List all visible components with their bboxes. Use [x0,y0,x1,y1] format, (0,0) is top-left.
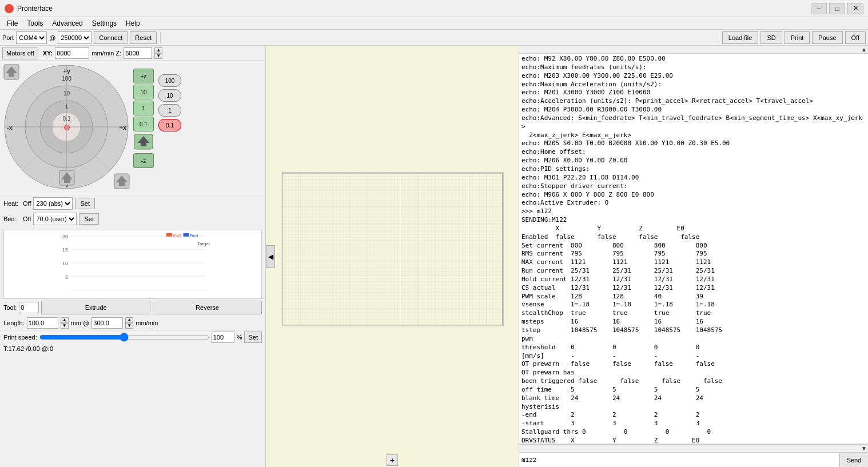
reverse-button[interactable]: Reverse [153,301,262,314]
off-button[interactable]: Off [845,31,866,44]
send-button[interactable]: Send [839,453,868,467]
baud-select[interactable]: 250000 [58,31,91,44]
home-xy-bottomright[interactable] [114,173,130,190]
svg-text:Bed: Bed [190,233,198,238]
z-speed-up[interactable]: ▲ [154,47,162,53]
print-speed-slider[interactable] [39,333,209,342]
z-controls: +z 10 1 0.1 -z [133,63,154,191]
sd-button[interactable]: SD [761,31,782,44]
main-layout: Motors off XY: mm/min Z: ▲ ▼ [0,46,868,467]
build-plate-container [266,46,519,453]
at-symbol: @ [49,34,55,41]
svg-text:10: 10 [62,261,68,266]
menu-help[interactable]: Help [121,18,145,29]
right-panel: ▲ echo: M92 X80.00 Y80.00 Z80.00 E500.00… [519,46,868,467]
motors-off-button[interactable]: Motors off [2,47,38,59]
length-spinners: ▲ ▼ [61,317,69,329]
menu-settings[interactable]: Settings [87,18,121,29]
length-down[interactable]: ▼ [61,323,69,329]
title-bar: Pronterface ─ □ ✕ [0,0,868,17]
print-speed-set-button[interactable]: Set [244,332,262,343]
jog-x-minus-btn[interactable]: -x [5,123,15,132]
close-button[interactable]: ✕ [847,3,863,14]
length-speed-row: Length: ▲ ▼ mm @ ▲ ▼ mm/min [0,316,265,330]
svg-rect-27 [184,233,189,237]
heat-status: Off [23,200,31,207]
speed-input[interactable] [91,317,123,329]
port-select[interactable]: COM4 [16,31,47,44]
tool-row: Tool: Extrude Reverse [0,298,265,316]
jog-area: +y -y -x +x 100 10 1 0.1 [0,61,265,194]
speed-up[interactable]: ▲ [125,317,133,323]
length-label: Length: [3,320,25,326]
window-controls: ─ □ ✕ [811,3,863,14]
step-01-btn[interactable]: 0.1 [158,119,181,131]
bed-select[interactable]: 70.0 (user) [33,213,77,225]
xy-speed-input[interactable] [55,47,89,59]
z-step-01-btn[interactable]: 0.1 [133,117,154,131]
speed-unit: mm/min [136,320,158,326]
menu-tools[interactable]: Tools [22,18,47,29]
center-marker [64,125,70,130]
heat-row: Heat: Off 230 (abs) Set [3,197,262,210]
build-plate-grid [281,172,504,326]
bed-set-button[interactable]: Set [79,213,99,225]
z-speed-down[interactable]: ▼ [154,53,162,59]
svg-text:20: 20 [62,234,68,240]
svg-text:5: 5 [65,274,68,280]
console-scroll-top: ▲ [519,46,868,54]
z-step-1-btn[interactable]: 1 [133,101,154,115]
heat-set-button[interactable]: Set [75,198,95,209]
heat-select[interactable]: 230 (abs) [33,197,73,210]
svg-text:Target: Target [197,241,210,246]
z-step-10-btn[interactable]: 10 [133,85,154,99]
reset-button[interactable]: Reset [130,31,157,44]
pause-button[interactable]: Pause [812,31,842,44]
connect-button[interactable]: Connect [94,31,128,44]
maximize-button[interactable]: □ [829,3,845,14]
length-input[interactable] [27,317,58,329]
expand-button[interactable]: + [387,454,398,466]
svg-text:Ex0: Ex0 [173,233,181,238]
length-up[interactable]: ▲ [61,317,69,323]
heat-section: Heat: Off 230 (abs) Set Bed: Off 70.0 (u… [0,194,265,230]
print-speed-label: Print speed: [3,334,37,341]
left-panel: Motors off XY: mm/min Z: ▲ ▼ [0,46,266,467]
print-speed-unit: % [237,334,242,341]
menu-advanced[interactable]: Advanced [47,18,87,29]
minimize-button[interactable]: ─ [811,3,827,14]
print-button[interactable]: Print [785,31,810,44]
coords-text: T:17.62 /0.00 @:0 [3,345,53,352]
print-speed-value[interactable] [212,332,234,343]
z-speed-spinners: ▲ ▼ [154,47,162,59]
center-panel: ◀ [266,46,519,467]
home-z-button[interactable] [134,134,153,151]
step-10-btn[interactable]: 10 [158,89,181,102]
console-input[interactable] [519,453,839,467]
svg-rect-25 [166,233,172,237]
console-text: echo: M92 X80.00 Y80.00 Z80.00 E500.00 e… [521,55,866,444]
jog-y-plus-btn[interactable]: +y [61,66,73,75]
menu-file[interactable]: File [2,18,22,29]
extrude-button[interactable]: Extrude [41,301,150,314]
length-unit: mm @ [71,320,90,326]
speed-down[interactable]: ▼ [125,323,133,329]
home-xy-button[interactable] [58,169,75,188]
console-scroll-bottom: ▼ [519,444,868,452]
collapse-left-button[interactable]: ◀ [266,245,275,268]
coords-display: T:17.62 /0.00 @:0 [0,344,265,353]
temp-chart: 20 15 10 5 Ex0 Bed Target [3,230,262,298]
z-speed-input[interactable] [124,47,152,59]
app-icon [5,4,14,13]
jog-x-plus-btn[interactable]: +x [117,123,129,132]
step-1-btn[interactable]: 1 [158,104,181,117]
tool-input[interactable] [19,302,39,313]
load-file-button[interactable]: Load file [722,31,759,44]
z-plus-btn[interactable]: +z [133,69,154,83]
console-output-area[interactable]: echo: M92 X80.00 Y80.00 Z80.00 E500.00 e… [519,54,868,444]
bed-row: Bed: Off 70.0 (user) Set [3,212,262,226]
step-100-btn[interactable]: 100 [158,74,181,87]
home-xy-topleft[interactable] [3,64,19,81]
xy-label: XY: [43,50,53,57]
z-minus-btn[interactable]: -z [133,153,154,168]
